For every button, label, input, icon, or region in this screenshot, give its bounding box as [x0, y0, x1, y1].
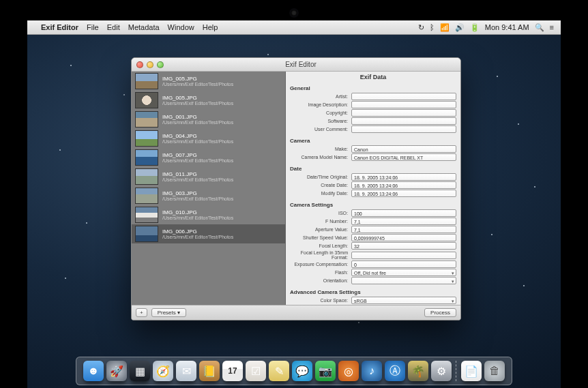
- contacts-icon[interactable]: 📒: [199, 361, 220, 381]
- sync-icon[interactable]: ↻: [418, 23, 424, 32]
- spotlight-icon[interactable]: 🔍: [535, 23, 544, 32]
- appstore-icon[interactable]: Ⓐ: [385, 361, 405, 381]
- messages-icon[interactable]: 💬: [292, 361, 312, 381]
- bluetooth-icon[interactable]: ᛒ: [430, 23, 435, 31]
- field-input[interactable]: 18. 9. 2005 13:24:06: [351, 190, 456, 197]
- wifi-icon[interactable]: 📶: [440, 23, 450, 32]
- section-general: GeneralArtist:Image Description:Copyrigh…: [286, 83, 460, 135]
- file-name: IMG_004.JPG: [162, 133, 282, 139]
- file-name: IMG_003.JPG: [162, 190, 282, 196]
- notes-icon[interactable]: ✎: [269, 361, 289, 381]
- field-row: Make:Canon: [290, 145, 456, 153]
- launchpad-icon[interactable]: 🚀: [106, 361, 127, 381]
- facetime-icon[interactable]: 📷: [315, 361, 336, 381]
- field-input[interactable]: 0: [351, 260, 456, 268]
- notification-center-icon[interactable]: ≡: [550, 23, 554, 31]
- exif-detail-panel[interactable]: Exif Data GeneralArtist:Image Descriptio…: [286, 72, 460, 305]
- app-menu[interactable]: Exif Editor: [41, 23, 78, 31]
- file-text: IMG_004.JPG/Users/mn/Exif Editor/Test/Ph…: [162, 133, 282, 144]
- field-input[interactable]: 7,1: [351, 226, 456, 233]
- file-row[interactable]: IMG_007.JPG/Users/mn/Exif Editor/Test/Ph…: [132, 148, 285, 167]
- file-row[interactable]: IMG_011.JPG/Users/mn/Exif Editor/Test/Ph…: [132, 167, 285, 186]
- file-text: IMG_001.JPG/Users/mn/Exif Editor/Test/Ph…: [162, 114, 282, 125]
- menu-file[interactable]: File: [87, 23, 99, 31]
- detail-header: Exif Data: [286, 72, 460, 83]
- field-input[interactable]: [351, 277, 456, 284]
- field-input[interactable]: 32: [351, 242, 456, 250]
- field-input[interactable]: Canon EOS DIGITAL REBEL XT: [351, 153, 456, 161]
- field-input[interactable]: 0,0099999745: [351, 234, 456, 241]
- iphoto-icon[interactable]: 🌴: [408, 361, 428, 381]
- field-row: Modify Date:18. 9. 2005 13:24:06: [290, 190, 456, 197]
- menu-help[interactable]: Help: [203, 23, 218, 31]
- field-label: Orientation:: [290, 278, 351, 283]
- field-input[interactable]: Off, Did not fire: [351, 269, 456, 276]
- field-input[interactable]: 18. 9. 2005 13:24:06: [351, 181, 456, 189]
- field-input[interactable]: sRGB: [351, 297, 456, 304]
- file-text: IMG_005.JPG/Users/mn/Exif Editor/Test/Ph…: [162, 95, 282, 106]
- zoom-button[interactable]: [157, 61, 164, 68]
- presets-button[interactable]: Presets ▾: [151, 308, 186, 317]
- app-window: Exif Editor IMG_005.JPG/Users/mn/Exif Ed…: [131, 57, 461, 320]
- field-input[interactable]: 100: [351, 209, 456, 217]
- mail-icon[interactable]: ✉: [176, 361, 196, 381]
- menu-metadata[interactable]: Metadata: [128, 23, 160, 31]
- file-row[interactable]: IMG_006.JPG/Users/mn/Exif Editor/Test/Ph…: [132, 224, 285, 243]
- field-row: Focal Length in 35mm Format:: [290, 250, 456, 260]
- add-button[interactable]: +: [136, 308, 147, 317]
- desktop: Exif Editor File Edit Metadata Window He…: [27, 20, 561, 388]
- field-input[interactable]: Canon: [351, 145, 456, 153]
- menu-edit[interactable]: Edit: [107, 23, 120, 31]
- minimize-button[interactable]: [147, 61, 153, 68]
- photobooth-icon[interactable]: ◎: [338, 361, 359, 381]
- field-label: Copyright:: [290, 110, 351, 115]
- finder-icon[interactable]: ☻: [83, 361, 104, 381]
- file-path: /Users/mn/Exif Editor/Test/Photos: [162, 158, 282, 163]
- file-path: /Users/mn/Exif Editor/Test/Photos: [162, 215, 282, 220]
- safari-icon[interactable]: 🧭: [153, 361, 173, 381]
- menubar: Exif Editor File Edit Metadata Window He…: [27, 20, 561, 35]
- file-row[interactable]: IMG_004.JPG/Users/mn/Exif Editor/Test/Ph…: [132, 129, 285, 148]
- volume-icon[interactable]: 🔊: [455, 23, 465, 32]
- file-row[interactable]: IMG_010.JPG/Users/mn/Exif Editor/Test/Ph…: [132, 205, 285, 224]
- field-input[interactable]: 7,1: [351, 218, 456, 225]
- field-input[interactable]: [351, 117, 456, 125]
- field-row: Color Space:sRGB: [290, 297, 456, 304]
- file-name: IMG_011.JPG: [162, 171, 282, 177]
- file-thumbnail: [135, 149, 158, 166]
- file-row[interactable]: IMG_001.JPG/Users/mn/Exif Editor/Test/Ph…: [132, 110, 285, 129]
- file-row[interactable]: IMG_005.JPG/Users/mn/Exif Editor/Test/Ph…: [132, 72, 285, 91]
- section-title: General: [290, 84, 456, 93]
- file-row[interactable]: IMG_003.JPG/Users/mn/Exif Editor/Test/Ph…: [132, 186, 285, 205]
- field-label: Camera Model Name:: [290, 155, 351, 160]
- file-text: IMG_007.JPG/Users/mn/Exif Editor/Test/Ph…: [162, 152, 282, 163]
- menu-window[interactable]: Window: [168, 23, 194, 31]
- file-path: /Users/mn/Exif Editor/Test/Photos: [162, 82, 282, 87]
- field-input[interactable]: [351, 252, 456, 259]
- file-list[interactable]: IMG_005.JPG/Users/mn/Exif Editor/Test/Ph…: [132, 72, 286, 305]
- field-input[interactable]: [351, 101, 456, 108]
- window-title: Exif Editor: [168, 61, 460, 68]
- file-row[interactable]: IMG_005.JPG/Users/mn/Exif Editor/Test/Ph…: [132, 91, 285, 110]
- close-button[interactable]: [136, 61, 143, 68]
- reminders-icon[interactable]: ☑: [246, 361, 266, 381]
- battery-icon[interactable]: 🔋: [470, 23, 480, 32]
- field-input[interactable]: [351, 109, 456, 117]
- field-input[interactable]: [351, 125, 456, 133]
- file-path: /Users/mn/Exif Editor/Test/Photos: [162, 235, 282, 239]
- titlebar[interactable]: Exif Editor: [132, 58, 460, 72]
- clock[interactable]: Mon 9:41 AM: [485, 23, 529, 31]
- document-icon[interactable]: 📄: [461, 361, 482, 381]
- mission-control-icon[interactable]: ▦: [130, 361, 150, 381]
- file-text: IMG_005.JPG/Users/mn/Exif Editor/Test/Ph…: [162, 76, 282, 87]
- field-label: Exposure Compensation:: [290, 262, 351, 267]
- dock: ☻🚀▦🧭✉📒17☑✎💬📷◎♪Ⓐ🌴⚙📄🗑: [76, 357, 512, 385]
- field-row: Create Date:18. 9. 2005 13:24:06: [290, 181, 456, 189]
- field-input[interactable]: [351, 93, 456, 100]
- field-input[interactable]: 18. 9. 2005 13:24:06: [351, 173, 456, 181]
- itunes-icon[interactable]: ♪: [362, 361, 382, 381]
- process-button[interactable]: Process: [424, 308, 456, 317]
- preferences-icon[interactable]: ⚙: [431, 361, 452, 381]
- calendar-icon[interactable]: 17: [222, 361, 243, 381]
- trash-icon[interactable]: 🗑: [484, 361, 505, 381]
